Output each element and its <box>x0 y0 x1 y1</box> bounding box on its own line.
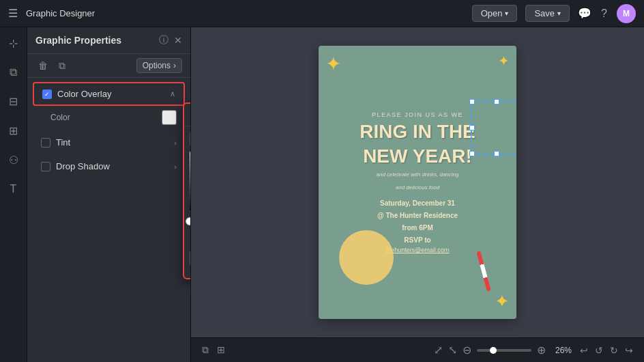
color-overlay-row: Color Overlay ∧ <box>33 82 185 106</box>
open-chevron-icon: ▾ <box>505 10 508 17</box>
canvas-container[interactable]: ✦ ✦ ✦ <box>191 27 644 337</box>
color-label: Color <box>50 113 162 122</box>
layers-tool[interactable]: ⧉ <box>7 64 20 81</box>
picker-tabs: Picker Library <box>184 104 191 126</box>
color-overlay-chevron-icon[interactable]: ∧ <box>170 89 175 98</box>
bottom-icons-left: ⧉ ⊞ <box>202 344 225 356</box>
help-icon[interactable]: ? <box>601 8 607 20</box>
card-email: thehunters@email.com <box>386 247 450 253</box>
filter-tool[interactable]: ⊟ <box>6 92 20 111</box>
tint-row: Tint › <box>33 132 185 153</box>
drop-shadow-label: Drop Shadow <box>56 161 174 171</box>
duplicate-button[interactable]: ⧉ <box>56 59 68 73</box>
select-tool[interactable]: ⊹ <box>6 34 20 53</box>
options-button[interactable]: Options › <box>136 58 182 73</box>
properties-panel: Graphic Properties ⓘ ✕ 🗑 ⧉ Options › Col… <box>27 27 191 362</box>
card-title-line1: RING IN THE <box>360 122 475 141</box>
info-icon[interactable]: ⓘ <box>159 34 169 46</box>
grid-bottom-icon[interactable]: ⊞ <box>217 344 225 356</box>
panel-title: Graphic Properties <box>35 35 153 46</box>
layers-bottom-icon[interactable]: ⧉ <box>202 344 209 356</box>
card-venue: @ The Hunter Residence <box>377 210 458 222</box>
zoom-slider[interactable] <box>477 349 531 352</box>
selection-overlay <box>471 100 516 155</box>
drop-shadow-row: Drop Shadow › <box>33 156 185 177</box>
elements-tool[interactable]: ⊞ <box>6 122 20 140</box>
zoom-controls: ⤢ ⤡ ⊖ ⊕ 26% <box>434 344 572 357</box>
bottom-icons-right: ↩ ↺ ↻ ↪ <box>580 345 633 356</box>
topbar: ☰ Graphic Designer Open ▾ Save ▾ 💬 ? M <box>0 0 644 27</box>
bottom-bar: ⧉ ⊞ ⤢ ⤡ ⊖ ⊕ 26% ↩ ↺ ↻ ↪ <box>191 337 644 362</box>
zoom-in-icon[interactable]: ⊕ <box>537 344 546 357</box>
color-overlay-checkbox[interactable] <box>42 89 52 99</box>
options-chevron-icon: › <box>173 61 176 70</box>
design-card: ✦ ✦ ✦ <box>319 46 516 319</box>
hue-thumb <box>186 217 191 225</box>
color-overlay-label: Color Overlay <box>57 89 170 99</box>
close-panel-icon[interactable]: ✕ <box>174 35 182 46</box>
panel-header: Graphic Properties ⓘ ✕ <box>27 27 190 54</box>
sel-handle-bm[interactable] <box>494 151 499 156</box>
avatar[interactable]: M <box>617 4 636 23</box>
card-title-line2: NEW YEAR! <box>363 147 472 166</box>
topbar-icons: 💬 ? M <box>578 4 636 23</box>
icon-bar: ⊹ ⧉ ⊟ ⊞ ⚇ T <box>0 27 27 362</box>
sel-handle-ml[interactable] <box>469 125 475 130</box>
undo-back-icon[interactable]: ↩ <box>580 345 588 356</box>
save-chevron-icon: ▾ <box>557 10 561 17</box>
canvas-area: ✦ ✦ ✦ <box>191 27 644 362</box>
menu-icon[interactable]: ☰ <box>8 7 18 20</box>
people-tool[interactable]: ⚇ <box>6 151 21 169</box>
drop-shadow-chevron-icon[interactable]: › <box>174 163 177 171</box>
drop-shadow-checkbox[interactable] <box>41 162 50 171</box>
sel-handle-tl[interactable] <box>469 99 475 105</box>
undo-icon[interactable]: ↺ <box>595 345 603 356</box>
expand-icon[interactable]: ⤢ <box>434 344 443 357</box>
sel-handle-tm[interactable] <box>494 99 499 105</box>
redo-icon[interactable]: ↻ <box>610 345 618 356</box>
picker-body: 🖉 ⊞ + <box>184 126 191 271</box>
tint-chevron-icon[interactable]: › <box>174 139 177 147</box>
card-rsvp: RSVP to <box>404 234 430 247</box>
color-picker-popup: Picker Library 🖉 ⊞ + <box>183 102 191 279</box>
sel-handle-bl[interactable] <box>469 151 475 156</box>
zoom-out-icon[interactable]: ⊖ <box>463 344 471 357</box>
panel-actions: 🗑 ⧉ Options › <box>27 54 190 78</box>
color-row: Color <box>33 106 185 129</box>
chat-icon[interactable]: 💬 <box>578 7 591 20</box>
zoom-value: 26% <box>551 346 572 355</box>
forward-icon[interactable]: ↪ <box>625 345 633 356</box>
delete-button[interactable]: 🗑 <box>35 59 50 72</box>
star-bottom-right: ✦ <box>495 291 510 312</box>
fit-icon[interactable]: ⤡ <box>448 344 457 357</box>
star-top-right: ✦ <box>498 53 510 69</box>
star-top-left: ✦ <box>325 53 341 75</box>
lemon-illustration <box>339 230 394 285</box>
zoom-thumb <box>490 347 497 354</box>
main-area: ⊹ ⧉ ⊟ ⊞ ⚇ T Graphic Properties ⓘ ✕ 🗑 ⧉ O… <box>0 27 644 362</box>
text-tool[interactable]: T <box>8 180 20 198</box>
open-button[interactable]: Open ▾ <box>472 5 518 22</box>
card-time: from 6PM <box>402 222 433 234</box>
app-title: Graphic Designer <box>26 8 95 18</box>
card-body-text1: and celebrate with drinks, dancing <box>377 171 459 178</box>
tint-label: Tint <box>56 137 174 148</box>
tint-checkbox[interactable] <box>41 138 50 148</box>
color-swatch[interactable] <box>162 110 177 125</box>
card-subtitle: PLEASE JOIN US AS WE <box>372 111 463 118</box>
save-button[interactable]: Save ▾ <box>525 5 570 22</box>
card-date: Saturday, December 31 <box>380 197 455 210</box>
card-body-text2: and delicious food <box>396 184 440 191</box>
